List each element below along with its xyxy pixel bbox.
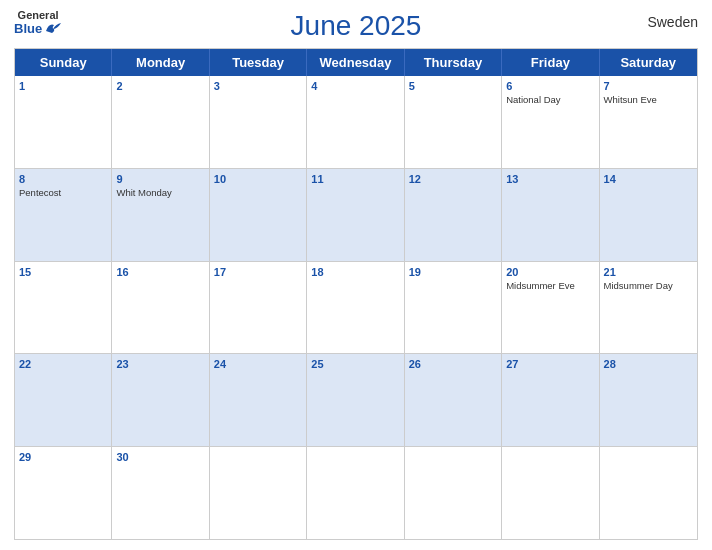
calendar-cell: 21Midsummer Day (600, 262, 697, 354)
calendar-cell (307, 447, 404, 539)
calendar-cell: 29 (15, 447, 112, 539)
calendar-cell: 26 (405, 354, 502, 446)
calendar-cell: 28 (600, 354, 697, 446)
calendar-cell: 19 (405, 262, 502, 354)
calendar-header-row: SundayMondayTuesdayWednesdayThursdayFrid… (15, 49, 697, 76)
calendar-cell: 5 (405, 76, 502, 168)
logo: General Blue (14, 10, 62, 35)
day-number: 5 (409, 79, 497, 93)
day-number: 28 (604, 357, 693, 371)
day-number: 16 (116, 265, 204, 279)
day-number: 17 (214, 265, 302, 279)
calendar-cell: 8Pentecost (15, 169, 112, 261)
calendar-cell: 22 (15, 354, 112, 446)
day-number: 27 (506, 357, 594, 371)
logo-bird-icon (44, 21, 62, 35)
country-label: Sweden (647, 14, 698, 30)
event-label: Midsummer Eve (506, 280, 594, 292)
calendar-cell: 1 (15, 76, 112, 168)
day-number: 20 (506, 265, 594, 279)
day-number: 6 (506, 79, 594, 93)
page-title: June 2025 (291, 10, 422, 42)
header-cell-thursday: Thursday (405, 49, 502, 76)
day-number: 14 (604, 172, 693, 186)
calendar-cell: 3 (210, 76, 307, 168)
day-number: 29 (19, 450, 107, 464)
event-label: National Day (506, 94, 594, 106)
calendar-cell: 12 (405, 169, 502, 261)
calendar-container: General Blue June 2025 Sweden SundayMond… (0, 0, 712, 550)
day-number: 15 (19, 265, 107, 279)
header-cell-saturday: Saturday (600, 49, 697, 76)
calendar-cell: 25 (307, 354, 404, 446)
header-cell-tuesday: Tuesday (210, 49, 307, 76)
calendar-grid: SundayMondayTuesdayWednesdayThursdayFrid… (14, 48, 698, 540)
calendar-cell: 6National Day (502, 76, 599, 168)
event-label: Pentecost (19, 187, 107, 199)
calendar-cell: 15 (15, 262, 112, 354)
calendar-row-2: 8Pentecost9Whit Monday1011121314 (15, 168, 697, 261)
day-number: 13 (506, 172, 594, 186)
calendar-cell: 30 (112, 447, 209, 539)
calendar-cell (210, 447, 307, 539)
calendar-cell: 16 (112, 262, 209, 354)
calendar-cell: 13 (502, 169, 599, 261)
calendar-row-3: 151617181920Midsummer Eve21Midsummer Day (15, 261, 697, 354)
calendar-cell: 18 (307, 262, 404, 354)
calendar-cell: 24 (210, 354, 307, 446)
header-cell-wednesday: Wednesday (307, 49, 404, 76)
day-number: 1 (19, 79, 107, 93)
event-label: Midsummer Day (604, 280, 693, 292)
calendar-row-1: 123456National Day7Whitsun Eve (15, 76, 697, 168)
calendar-cell: 14 (600, 169, 697, 261)
calendar-cell: 7Whitsun Eve (600, 76, 697, 168)
day-number: 8 (19, 172, 107, 186)
day-number: 4 (311, 79, 399, 93)
calendar-row-4: 22232425262728 (15, 353, 697, 446)
calendar-cell: 10 (210, 169, 307, 261)
calendar-cell: 27 (502, 354, 599, 446)
day-number: 22 (19, 357, 107, 371)
calendar-header: General Blue June 2025 Sweden (14, 10, 698, 42)
calendar-cell: 9Whit Monday (112, 169, 209, 261)
calendar-cell: 4 (307, 76, 404, 168)
day-number: 30 (116, 450, 204, 464)
day-number: 23 (116, 357, 204, 371)
calendar-row-5: 2930 (15, 446, 697, 539)
calendar-cell: 23 (112, 354, 209, 446)
logo-general: General (18, 10, 59, 21)
event-label: Whitsun Eve (604, 94, 693, 106)
day-number: 21 (604, 265, 693, 279)
day-number: 24 (214, 357, 302, 371)
day-number: 10 (214, 172, 302, 186)
calendar-cell (405, 447, 502, 539)
header-cell-friday: Friday (502, 49, 599, 76)
day-number: 19 (409, 265, 497, 279)
day-number: 12 (409, 172, 497, 186)
calendar-body: 123456National Day7Whitsun Eve8Pentecost… (15, 76, 697, 539)
header-cell-monday: Monday (112, 49, 209, 76)
day-number: 3 (214, 79, 302, 93)
day-number: 25 (311, 357, 399, 371)
day-number: 2 (116, 79, 204, 93)
calendar-cell: 20Midsummer Eve (502, 262, 599, 354)
day-number: 18 (311, 265, 399, 279)
calendar-cell: 11 (307, 169, 404, 261)
event-label: Whit Monday (116, 187, 204, 199)
calendar-cell (502, 447, 599, 539)
calendar-cell (600, 447, 697, 539)
day-number: 26 (409, 357, 497, 371)
day-number: 9 (116, 172, 204, 186)
day-number: 7 (604, 79, 693, 93)
header-cell-sunday: Sunday (15, 49, 112, 76)
calendar-cell: 17 (210, 262, 307, 354)
day-number: 11 (311, 172, 399, 186)
logo-blue: Blue (14, 22, 42, 35)
calendar-cell: 2 (112, 76, 209, 168)
